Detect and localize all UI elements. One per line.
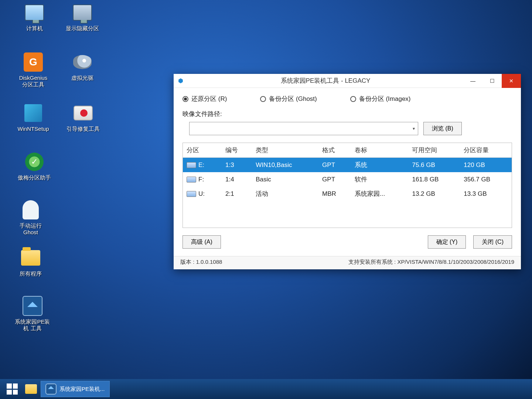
support-label: 支持安装所有系统 : XP/VISTA/WIN7/8/8.1/10/2003/2… <box>348 259 514 266</box>
icon-label: 显示隐藏分区 <box>62 25 103 32</box>
drive-icon <box>187 191 196 197</box>
pe-installer-window: ⬢ 系统家园PE装机工具 - LEGACY — ☐ ✕ 还原分区 (R) 备份分… <box>174 74 521 269</box>
ghost-icon <box>20 200 41 220</box>
cell-volume: 软件 <box>351 172 408 187</box>
icon-label: DiskGenius 分区工具 <box>7 75 59 88</box>
radio-label: 还原分区 (R) <box>191 95 227 103</box>
radio-backup-imagex[interactable]: 备份分区 (Imagex) <box>350 95 411 103</box>
folder-icon <box>20 248 41 268</box>
drive-icon <box>187 162 196 168</box>
radio-restore[interactable]: 还原分区 (R) <box>183 95 227 103</box>
window-title: 系统家园PE装机工具 - LEGACY <box>188 76 463 85</box>
close-button[interactable]: ✕ <box>502 74 521 88</box>
aomei-icon <box>24 151 45 172</box>
toolbox-icon <box>73 103 93 123</box>
desktop-icon-pe-installer[interactable]: 系统家园PE装 机 工具 <box>7 296 58 332</box>
radio-icon <box>350 96 356 102</box>
ok-button[interactable]: 确定 (Y) <box>428 235 466 249</box>
icon-label: WinNTSetup <box>7 126 59 132</box>
desktop-icon-diskgenius[interactable]: G DiskGenius 分区工具 <box>7 52 59 88</box>
col-format[interactable]: 格式 <box>318 143 351 158</box>
taskbar-explorer-icon[interactable] <box>24 382 38 396</box>
cell-free: 13.2 GB <box>408 187 460 228</box>
radio-icon <box>260 96 266 102</box>
image-path-label: 映像文件路径: <box>183 110 222 118</box>
radio-icon <box>183 96 188 102</box>
table-row[interactable]: F:1:4BasicGPT软件161.8 GB356.7 GB <box>183 172 512 187</box>
desktop-icon-boot-repair[interactable]: 引导修复工具 <box>59 103 107 132</box>
winntsetup-icon <box>23 103 44 123</box>
desktop-icon-virtual-cd[interactable]: 虚拟光驱 <box>62 52 103 81</box>
icon-label: 引导修复工具 <box>59 126 107 132</box>
task-label: 系统家园PE装机... <box>59 386 105 393</box>
icon-label: 傲梅分区助手 <box>10 174 58 181</box>
cell-format: GPT <box>318 158 351 173</box>
cell-type: Basic <box>252 172 318 187</box>
windows-icon <box>7 383 18 395</box>
col-number[interactable]: 编号 <box>222 143 252 158</box>
cell-drive: E: <box>198 161 204 168</box>
cell-format: GPT <box>318 172 351 187</box>
icon-label: 计算机 <box>14 25 55 32</box>
statusbar: 版本 : 1.0.0.1088 支持安装所有系统 : XP/VISTA/WIN7… <box>174 256 521 269</box>
desktop-icon-all-programs[interactable]: 所有程序 <box>10 248 51 277</box>
image-path-combo[interactable]: ▾ <box>189 122 418 135</box>
icon-label: 虚拟光驱 <box>62 75 103 81</box>
cell-capacity: 356.7 GB <box>460 172 512 187</box>
drive-icon <box>187 177 196 183</box>
radio-label: 备份分区 (Imagex) <box>359 95 411 103</box>
cell-type: 活动 <box>252 187 318 228</box>
cd-icon <box>72 52 93 72</box>
pe-installer-icon <box>45 383 57 395</box>
col-free[interactable]: 可用空间 <box>408 143 460 158</box>
cancel-button[interactable]: 关闭 (C) <box>473 235 512 249</box>
advanced-button[interactable]: 高级 (A) <box>183 235 221 249</box>
cell-number: 1:3 <box>222 158 252 173</box>
cell-number: 2:1 <box>222 187 252 228</box>
titlebar[interactable]: ⬢ 系统家园PE装机工具 - LEGACY — ☐ ✕ <box>174 74 521 88</box>
col-capacity[interactable]: 分区容量 <box>460 143 512 158</box>
table-row[interactable]: U:2:1活动MBR系统家园...13.2 GB13.3 GB <box>183 187 512 228</box>
icon-label: 所有程序 <box>10 270 51 277</box>
cell-drive: U: <box>198 190 205 197</box>
table-row[interactable]: E:1:3WIN10,BasicGPT系统75.6 GB120 GB <box>183 158 512 173</box>
cell-drive: F: <box>198 176 204 183</box>
monitor-icon <box>24 2 45 23</box>
table-header-row: 分区 编号 类型 格式 卷标 可用空间 分区容量 <box>183 143 512 158</box>
cell-number: 1:4 <box>222 172 252 187</box>
cell-format: MBR <box>318 187 351 228</box>
desktop-icon-winntsetup[interactable]: WinNTSetup <box>7 103 59 132</box>
diskgenius-icon: G <box>23 52 44 72</box>
radio-backup-ghost[interactable]: 备份分区 (Ghost) <box>260 95 317 103</box>
icon-label: 系统家园PE装 机 工具 <box>7 318 58 332</box>
chevron-down-icon: ▾ <box>413 126 415 131</box>
partition-icon <box>72 2 93 23</box>
cell-free: 75.6 GB <box>408 158 460 173</box>
pe-installer-icon <box>22 296 43 316</box>
start-button[interactable] <box>3 381 21 397</box>
col-partition[interactable]: 分区 <box>183 143 222 158</box>
cell-volume: 系统 <box>351 158 408 173</box>
icon-label: 手动运行 Ghost <box>10 222 51 236</box>
cell-volume: 系统家园... <box>351 187 408 228</box>
maximize-button[interactable]: ☐ <box>482 74 502 88</box>
cell-capacity: 13.3 GB <box>460 187 512 228</box>
radio-label: 备份分区 (Ghost) <box>269 95 317 103</box>
minimize-button[interactable]: — <box>463 74 482 88</box>
cell-type: WIN10,Basic <box>252 158 318 173</box>
cell-capacity: 120 GB <box>460 158 512 173</box>
mode-radio-group: 还原分区 (R) 备份分区 (Ghost) 备份分区 (Imagex) <box>183 95 512 103</box>
version-label: 版本 : 1.0.0.1088 <box>180 259 222 266</box>
partition-table: 分区 编号 类型 格式 卷标 可用空间 分区容量 E:1:3WIN10,Basi… <box>183 143 512 228</box>
col-type[interactable]: 类型 <box>252 143 318 158</box>
app-icon: ⬢ <box>174 77 188 84</box>
taskbar-active-task[interactable]: 系统家园PE装机... <box>41 381 110 397</box>
desktop-icon-aomei-partition[interactable]: 傲梅分区助手 <box>10 151 58 181</box>
col-volume[interactable]: 卷标 <box>351 143 408 158</box>
cell-free: 161.8 GB <box>408 172 460 187</box>
desktop-icon-manual-ghost[interactable]: 手动运行 Ghost <box>10 200 51 236</box>
taskbar: 系统家园PE装机... <box>0 379 532 399</box>
desktop-icon-show-hidden-partition[interactable]: 显示隐藏分区 <box>62 2 103 32</box>
browse-button[interactable]: 浏览 (B) <box>423 122 462 135</box>
desktop-icon-computer[interactable]: 计算机 <box>14 2 55 32</box>
